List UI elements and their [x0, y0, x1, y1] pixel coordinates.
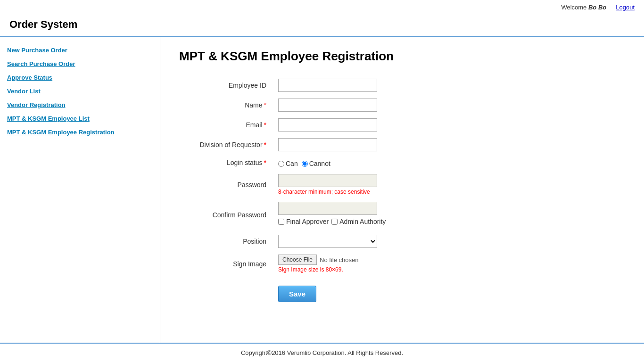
welcome-text: Welcome Bo Bo	[561, 4, 606, 11]
position-select[interactable]	[278, 235, 377, 248]
registration-form: Employee ID Name* Email*	[179, 75, 625, 305]
login-status-required: *	[264, 159, 266, 166]
save-row: Save	[179, 276, 625, 305]
sidebar-item-approve-status[interactable]: Approve Status	[7, 74, 153, 81]
sidebar-item-new-purchase-order[interactable]: New Purchase Order	[7, 47, 153, 54]
password-input[interactable]	[278, 174, 377, 187]
email-required: *	[264, 121, 266, 129]
final-approver-checkbox[interactable]	[278, 219, 284, 225]
save-cell: Save	[273, 276, 625, 305]
can-radio-label[interactable]: Can	[278, 160, 298, 167]
username: Bo Bo	[588, 4, 606, 11]
sign-image-label: Sign Image	[179, 251, 273, 276]
position-cell	[273, 231, 625, 251]
sign-image-cell: Choose File No file chosen Sign Image si…	[273, 251, 625, 276]
password-row: Password 8-character minimum; case sensi…	[179, 171, 625, 198]
cannot-radio-label[interactable]: Cannot	[302, 160, 330, 167]
main-layout: New Purchase Order Search Purchase Order…	[0, 37, 644, 343]
authority-checkboxes: Final Approver Admin Authority	[278, 215, 620, 228]
save-button[interactable]: Save	[278, 286, 316, 302]
admin-authority-checkbox[interactable]	[331, 219, 338, 225]
division-input[interactable]	[278, 138, 377, 151]
top-bar: Welcome Bo Bo Logout	[0, 0, 644, 15]
app-title: Order System	[9, 18, 635, 31]
name-label-cell: Name*	[179, 95, 273, 115]
employee-id-row: Employee ID	[179, 75, 625, 95]
confirm-password-input[interactable]	[278, 202, 377, 215]
email-input[interactable]	[278, 118, 377, 132]
cannot-radio[interactable]	[302, 161, 308, 167]
password-hint: 8-character minimum; case sensitive	[278, 189, 620, 195]
confirm-password-label: Confirm Password	[179, 198, 273, 231]
sidebar-item-vendor-registration[interactable]: Vendor Registration	[7, 101, 153, 108]
division-required: *	[264, 141, 266, 148]
sign-image-row: Sign Image Choose File No file chosen Si…	[179, 251, 625, 276]
sidebar-item-search-purchase-order[interactable]: Search Purchase Order	[7, 60, 153, 67]
password-label: Password	[179, 171, 273, 198]
no-file-text: No file chosen	[320, 256, 358, 263]
sidebar-item-vendor-list[interactable]: Vendor List	[7, 88, 153, 95]
email-label-cell: Email*	[179, 115, 273, 135]
sidebar: New Purchase Order Search Purchase Order…	[0, 37, 160, 343]
login-status-radio-group: Can Cannot	[278, 158, 620, 167]
password-cell: 8-character minimum; case sensitive	[273, 171, 625, 198]
logout-link[interactable]: Logout	[616, 4, 635, 11]
sign-image-hint: Sign Image size is 80×69.	[278, 266, 620, 273]
email-cell	[273, 115, 625, 135]
login-status-cell: Can Cannot	[273, 155, 625, 171]
copyright-text: Copyright©2016 Verumlib Corporation. All…	[241, 349, 403, 356]
page-title: MPT & KSGM Employee Registration	[179, 49, 625, 64]
sidebar-item-mpt-ksgm-employee-list[interactable]: MPT & KSGM Employee List	[7, 115, 153, 122]
sidebar-item-mpt-ksgm-employee-registration[interactable]: MPT & KSGM Employee Registration	[7, 129, 153, 136]
login-status-label-cell: Login status*	[179, 155, 273, 171]
employee-id-input[interactable]	[278, 79, 377, 92]
footer: Copyright©2016 Verumlib Corporation. All…	[0, 343, 644, 362]
file-input-row: Choose File No file chosen	[278, 255, 620, 265]
position-row: Position	[179, 231, 625, 251]
app-header: Order System	[0, 15, 644, 37]
confirm-password-cell: Final Approver Admin Authority	[273, 198, 625, 231]
admin-authority-label[interactable]: Admin Authority	[331, 218, 386, 225]
employee-id-cell	[273, 75, 625, 95]
division-row: Division of Requestor*	[179, 135, 625, 155]
content-area: MPT & KSGM Employee Registration Employe…	[160, 37, 644, 343]
position-label: Position	[179, 231, 273, 251]
final-approver-label[interactable]: Final Approver	[278, 218, 329, 225]
login-status-row: Login status* Can Cannot	[179, 155, 625, 171]
division-cell	[273, 135, 625, 155]
can-radio[interactable]	[278, 161, 284, 167]
name-cell	[273, 95, 625, 115]
division-label-cell: Division of Requestor*	[179, 135, 273, 155]
name-input[interactable]	[278, 99, 377, 112]
name-row: Name*	[179, 95, 625, 115]
confirm-password-row: Confirm Password Final Approver Admin Au…	[179, 198, 625, 231]
name-required: *	[264, 101, 266, 109]
email-row: Email*	[179, 115, 625, 135]
choose-file-button[interactable]: Choose File	[278, 255, 317, 265]
employee-id-label: Employee ID	[179, 75, 273, 95]
